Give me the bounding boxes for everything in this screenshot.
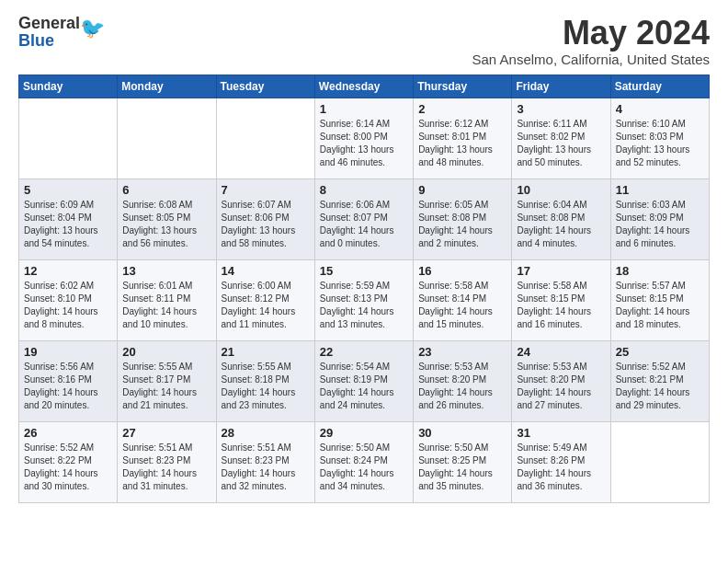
- day-number: 25: [616, 345, 704, 359]
- day-number: 11: [616, 183, 704, 197]
- day-info: Sunrise: 6:07 AM Sunset: 8:06 PM Dayligh…: [222, 199, 310, 250]
- day-info: Sunrise: 6:11 AM Sunset: 8:02 PM Dayligh…: [517, 118, 605, 169]
- day-number: 2: [418, 102, 506, 116]
- weekday-header-monday: Monday: [118, 75, 216, 98]
- calendar-cell: 16Sunrise: 5:58 AM Sunset: 8:14 PM Dayli…: [414, 259, 512, 340]
- day-number: 13: [122, 264, 210, 278]
- day-info: Sunrise: 5:53 AM Sunset: 8:20 PM Dayligh…: [418, 361, 506, 412]
- day-info: Sunrise: 6:08 AM Sunset: 8:05 PM Dayligh…: [122, 199, 210, 250]
- day-number: 4: [616, 102, 704, 116]
- calendar-cell: 8Sunrise: 6:06 AM Sunset: 8:07 PM Daylig…: [314, 178, 413, 259]
- day-number: 8: [320, 183, 408, 197]
- day-info: Sunrise: 6:04 AM Sunset: 8:08 PM Dayligh…: [517, 199, 605, 250]
- calendar-cell: [118, 98, 216, 178]
- calendar-week-row: 26Sunrise: 5:52 AM Sunset: 8:22 PM Dayli…: [19, 421, 710, 502]
- calendar-cell: 25Sunrise: 5:52 AM Sunset: 8:21 PM Dayli…: [610, 340, 709, 421]
- weekday-header-thursday: Thursday: [414, 75, 512, 98]
- calendar-cell: 21Sunrise: 5:55 AM Sunset: 8:18 PM Dayli…: [216, 340, 314, 421]
- day-info: Sunrise: 5:57 AM Sunset: 8:15 PM Dayligh…: [616, 280, 704, 331]
- calendar-cell: 3Sunrise: 6:11 AM Sunset: 8:02 PM Daylig…: [512, 98, 610, 178]
- day-info: Sunrise: 6:01 AM Sunset: 8:11 PM Dayligh…: [122, 280, 210, 331]
- calendar-cell: 15Sunrise: 5:59 AM Sunset: 8:13 PM Dayli…: [314, 259, 413, 340]
- calendar-cell: 31Sunrise: 5:49 AM Sunset: 8:26 PM Dayli…: [512, 421, 610, 502]
- weekday-header-friday: Friday: [512, 75, 610, 98]
- calendar-cell: 7Sunrise: 6:07 AM Sunset: 8:06 PM Daylig…: [216, 178, 314, 259]
- calendar-cell: 20Sunrise: 5:55 AM Sunset: 8:17 PM Dayli…: [118, 340, 216, 421]
- day-info: Sunrise: 5:49 AM Sunset: 8:26 PM Dayligh…: [517, 442, 605, 493]
- day-info: Sunrise: 5:52 AM Sunset: 8:21 PM Dayligh…: [616, 361, 704, 412]
- day-info: Sunrise: 6:06 AM Sunset: 8:07 PM Dayligh…: [320, 199, 408, 250]
- day-number: 12: [24, 264, 112, 278]
- calendar-week-row: 1Sunrise: 6:14 AM Sunset: 8:00 PM Daylig…: [19, 98, 710, 178]
- day-number: 16: [418, 264, 506, 278]
- month-year-title: May 2024: [472, 15, 710, 52]
- day-number: 6: [122, 183, 210, 197]
- day-number: 30: [418, 426, 506, 440]
- day-info: Sunrise: 6:12 AM Sunset: 8:01 PM Dayligh…: [418, 118, 506, 169]
- day-info: Sunrise: 5:55 AM Sunset: 8:18 PM Dayligh…: [222, 361, 310, 412]
- logo-general-text: General: [18, 14, 80, 32]
- calendar-cell: 17Sunrise: 5:58 AM Sunset: 8:15 PM Dayli…: [512, 259, 610, 340]
- day-info: Sunrise: 5:56 AM Sunset: 8:16 PM Dayligh…: [24, 361, 112, 412]
- day-number: 18: [616, 264, 704, 278]
- day-info: Sunrise: 5:59 AM Sunset: 8:13 PM Dayligh…: [320, 280, 408, 331]
- calendar-week-row: 5Sunrise: 6:09 AM Sunset: 8:04 PM Daylig…: [19, 178, 710, 259]
- title-area: May 2024 San Anselmo, California, United…: [472, 15, 710, 67]
- weekday-header-wednesday: Wednesday: [314, 75, 413, 98]
- day-number: 21: [222, 345, 310, 359]
- day-number: 3: [517, 102, 605, 116]
- calendar-cell: 13Sunrise: 6:01 AM Sunset: 8:11 PM Dayli…: [118, 259, 216, 340]
- calendar-cell: 14Sunrise: 6:00 AM Sunset: 8:12 PM Dayli…: [216, 259, 314, 340]
- day-info: Sunrise: 5:53 AM Sunset: 8:20 PM Dayligh…: [517, 361, 605, 412]
- calendar-cell: 23Sunrise: 5:53 AM Sunset: 8:20 PM Dayli…: [414, 340, 512, 421]
- day-number: 29: [320, 426, 408, 440]
- calendar-cell: 27Sunrise: 5:51 AM Sunset: 8:23 PM Dayli…: [118, 421, 216, 502]
- calendar-cell: [610, 421, 709, 502]
- day-number: 20: [122, 345, 210, 359]
- calendar-cell: 9Sunrise: 6:05 AM Sunset: 8:08 PM Daylig…: [414, 178, 512, 259]
- day-number: 17: [517, 264, 605, 278]
- weekday-header-tuesday: Tuesday: [216, 75, 314, 98]
- day-number: 19: [24, 345, 112, 359]
- calendar-cell: 12Sunrise: 6:02 AM Sunset: 8:10 PM Dayli…: [19, 259, 118, 340]
- day-number: 27: [122, 426, 210, 440]
- calendar-cell: 22Sunrise: 5:54 AM Sunset: 8:19 PM Dayli…: [314, 340, 413, 421]
- calendar-week-row: 12Sunrise: 6:02 AM Sunset: 8:10 PM Dayli…: [19, 259, 710, 340]
- calendar-table: SundayMondayTuesdayWednesdayThursdayFrid…: [18, 75, 710, 503]
- day-number: 28: [222, 426, 310, 440]
- logo-blue-text: Blue: [18, 31, 54, 50]
- page-header: General Blue 🐦 May 2024 San Anselmo, Cal…: [18, 15, 710, 67]
- day-info: Sunrise: 5:58 AM Sunset: 8:15 PM Dayligh…: [517, 280, 605, 331]
- day-info: Sunrise: 5:54 AM Sunset: 8:19 PM Dayligh…: [320, 361, 408, 412]
- calendar-cell: 28Sunrise: 5:51 AM Sunset: 8:23 PM Dayli…: [216, 421, 314, 502]
- location-subtitle: San Anselmo, California, United States: [472, 52, 710, 67]
- calendar-cell: 19Sunrise: 5:56 AM Sunset: 8:16 PM Dayli…: [19, 340, 118, 421]
- day-number: 5: [24, 183, 112, 197]
- calendar-week-row: 19Sunrise: 5:56 AM Sunset: 8:16 PM Dayli…: [19, 340, 710, 421]
- day-info: Sunrise: 5:51 AM Sunset: 8:23 PM Dayligh…: [122, 442, 210, 493]
- calendar-cell: 29Sunrise: 5:50 AM Sunset: 8:24 PM Dayli…: [314, 421, 413, 502]
- day-info: Sunrise: 5:52 AM Sunset: 8:22 PM Dayligh…: [24, 442, 112, 493]
- day-info: Sunrise: 6:03 AM Sunset: 8:09 PM Dayligh…: [616, 199, 704, 250]
- day-info: Sunrise: 6:09 AM Sunset: 8:04 PM Dayligh…: [24, 199, 112, 250]
- calendar-cell: [216, 98, 314, 178]
- day-info: Sunrise: 6:00 AM Sunset: 8:12 PM Dayligh…: [222, 280, 310, 331]
- calendar-cell: 6Sunrise: 6:08 AM Sunset: 8:05 PM Daylig…: [118, 178, 216, 259]
- weekday-header-saturday: Saturday: [610, 75, 709, 98]
- weekday-header-row: SundayMondayTuesdayWednesdayThursdayFrid…: [19, 75, 710, 98]
- day-info: Sunrise: 5:51 AM Sunset: 8:23 PM Dayligh…: [222, 442, 310, 493]
- calendar-cell: 11Sunrise: 6:03 AM Sunset: 8:09 PM Dayli…: [610, 178, 709, 259]
- calendar-cell: 24Sunrise: 5:53 AM Sunset: 8:20 PM Dayli…: [512, 340, 610, 421]
- day-number: 23: [418, 345, 506, 359]
- calendar-cell: 10Sunrise: 6:04 AM Sunset: 8:08 PM Dayli…: [512, 178, 610, 259]
- day-number: 10: [517, 183, 605, 197]
- day-info: Sunrise: 6:05 AM Sunset: 8:08 PM Dayligh…: [418, 199, 506, 250]
- calendar-cell: 4Sunrise: 6:10 AM Sunset: 8:03 PM Daylig…: [610, 98, 709, 178]
- day-info: Sunrise: 5:58 AM Sunset: 8:14 PM Dayligh…: [418, 280, 506, 331]
- day-info: Sunrise: 6:02 AM Sunset: 8:10 PM Dayligh…: [24, 280, 112, 331]
- calendar-cell: 2Sunrise: 6:12 AM Sunset: 8:01 PM Daylig…: [414, 98, 512, 178]
- calendar-cell: 5Sunrise: 6:09 AM Sunset: 8:04 PM Daylig…: [19, 178, 118, 259]
- calendar-cell: 30Sunrise: 5:50 AM Sunset: 8:25 PM Dayli…: [414, 421, 512, 502]
- calendar-cell: 18Sunrise: 5:57 AM Sunset: 8:15 PM Dayli…: [610, 259, 709, 340]
- day-number: 14: [222, 264, 310, 278]
